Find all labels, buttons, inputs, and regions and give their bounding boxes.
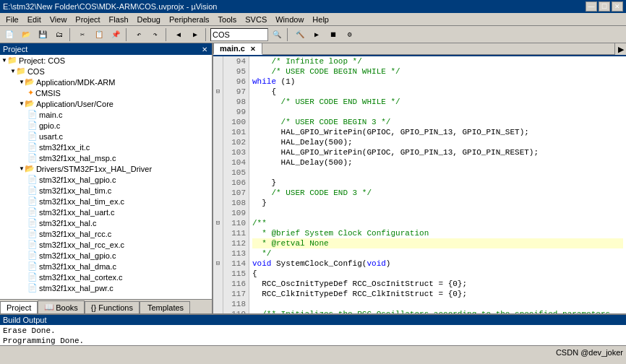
menu-item-file[interactable]: File: [1, 14, 23, 25]
left-tab-3[interactable]: Templates: [140, 301, 190, 313]
tab-icon: 📖: [44, 303, 54, 312]
line-number-106: 106: [226, 178, 246, 188]
project-panel-close[interactable]: ✕: [200, 46, 209, 53]
tree-item-5[interactable]: 📄 main.c: [0, 109, 212, 120]
menu-item-svcs[interactable]: SVCS: [241, 14, 271, 25]
tree-item-10[interactable]: ▼ 📂 Drivers/STM32F1xx_HAL_Driver: [0, 163, 212, 174]
menu-item-flash[interactable]: Flash: [105, 14, 133, 25]
tree-item-7[interactable]: 📄 usart.c: [0, 131, 212, 142]
redo-button[interactable]: ↷: [147, 27, 163, 42]
tree-item-label: Drivers/STM32F1xx_HAL_Driver: [36, 165, 152, 173]
undo-button[interactable]: ↶: [131, 27, 147, 42]
editor-tab-main[interactable]: main.c ✕: [213, 43, 262, 55]
tree-item-1[interactable]: ▼ 📁 COS: [0, 66, 212, 77]
nav-back-button[interactable]: ◀: [171, 27, 186, 42]
code-line-114: void SystemClock_Config(void): [252, 259, 623, 269]
menu-item-edit[interactable]: Edit: [23, 14, 46, 25]
code-line-119: /** Initializes the RCC Oscillators acco…: [252, 309, 623, 313]
tree-item-label: stm32f1xx_hal.c: [39, 219, 96, 228]
tree-item-3[interactable]: ✦ CMSIS: [0, 87, 212, 98]
code-content[interactable]: /* Infinite loop */ /* USER CODE BEGIN W…: [249, 56, 626, 313]
tree-item-13[interactable]: 📄 stm32f1xx_hal_tim_ex.c: [0, 196, 212, 207]
tree-item-8[interactable]: 📄 stm32f1xx_it.c: [0, 142, 212, 152]
code-line-95: /* USER CODE BEGIN WHILE */: [252, 66, 623, 77]
maximize-button[interactable]: ☐: [599, 1, 610, 12]
build-button[interactable]: 🔨: [292, 27, 308, 42]
left-tab-2[interactable]: {} Functions: [85, 301, 140, 313]
search-button[interactable]: 🔍: [269, 27, 285, 42]
settings-button[interactable]: ⚙: [342, 27, 358, 42]
paste-button[interactable]: 📌: [108, 27, 124, 42]
line-number-96: 96: [226, 77, 246, 87]
collapse-marker-20[interactable]: ⊟: [213, 259, 223, 269]
copy-button[interactable]: 📋: [91, 27, 107, 42]
main-layout: Project ✕ ▼ 📁 Project: COS▼ 📁 COS▼ 📂 App…: [0, 43, 626, 313]
menu-item-window[interactable]: Window: [271, 14, 308, 25]
tree-item-12[interactable]: 📄 stm32f1xx_hal_tim.c: [0, 185, 212, 196]
file-icon: 📄: [27, 142, 38, 152]
tree-item-2[interactable]: ▼ 📂 Application/MDK-ARM: [0, 77, 212, 87]
line-numbers: 9495969798991001011021031041051061071081…: [223, 56, 249, 313]
tab-scroll-right[interactable]: ▶: [614, 43, 626, 55]
collapse-marker-16[interactable]: ⊟: [213, 218, 223, 228]
collapse-marker-3[interactable]: ⊟: [213, 87, 223, 97]
tree-item-16[interactable]: 📄 stm32f1xx_hal_rcc.c: [0, 228, 212, 239]
project-panel-header: Project ✕: [0, 43, 212, 55]
expand-icon: ▼: [10, 68, 16, 74]
folder-icon: 📁: [16, 66, 26, 76]
tree-item-15[interactable]: 📄 stm32f1xx_hal.c: [0, 217, 212, 228]
tree-item-18[interactable]: 📄 stm32f1xx_hal_gpio.c: [0, 250, 212, 261]
collapse-marker-7: [213, 127, 223, 137]
file-icon: 📄: [27, 251, 38, 260]
editor-tabbar: main.c ✕ ▶: [213, 43, 626, 56]
build-output-header: Build Output: [0, 315, 626, 325]
debug-button[interactable]: ▶: [309, 27, 325, 42]
open-button[interactable]: 📂: [18, 27, 34, 42]
collapse-marker-21: [213, 269, 223, 279]
line-number-117: 117: [226, 289, 246, 299]
folder-icon: 📁: [7, 56, 17, 65]
stop-button[interactable]: ⏹: [325, 27, 341, 42]
new-file-button[interactable]: 📄: [1, 27, 17, 42]
tree-item-9[interactable]: 📄 stm32f1xx_hal_msp.c: [0, 152, 212, 163]
cut-button[interactable]: ✂: [74, 27, 90, 42]
search-input[interactable]: [210, 28, 268, 41]
collapse-marker-22: [213, 279, 223, 289]
tab-close-icon[interactable]: ✕: [250, 46, 256, 53]
left-tab-0[interactable]: Project: [0, 301, 38, 313]
tree-item-label: stm32f1xx_hal_uart.c: [39, 208, 115, 217]
save-all-button[interactable]: 🗂: [51, 27, 67, 42]
collapse-marker-15: [213, 208, 223, 218]
nav-fwd-button[interactable]: ▶: [187, 27, 203, 42]
folder-icon: 📂: [25, 99, 35, 108]
tree-item-17[interactable]: 📄 stm32f1xx_hal_rcc_ex.c: [0, 239, 212, 250]
save-button[interactable]: 💾: [35, 27, 51, 42]
line-number-102: 102: [226, 137, 246, 147]
menu-item-project[interactable]: Project: [71, 14, 104, 25]
tree-item-20[interactable]: 📄 stm32f1xx_hal_cortex.c: [0, 272, 212, 282]
menu-item-tools[interactable]: Tools: [214, 14, 241, 25]
tree-item-0[interactable]: ▼ 📁 Project: COS: [0, 55, 212, 66]
tree-item-11[interactable]: 📄 stm32f1xx_hal_gpio.c: [0, 174, 212, 185]
tree-item-19[interactable]: 📄 stm32f1xx_hal_dma.c: [0, 261, 212, 272]
left-tab-1[interactable]: 📖Books: [38, 300, 85, 313]
file-icon: 📄: [27, 175, 38, 184]
close-button[interactable]: ✕: [612, 1, 623, 12]
tree-item-4[interactable]: ▼ 📂 Application/User/Core: [0, 98, 212, 109]
line-number-101: 101: [226, 127, 246, 137]
line-number-104: 104: [226, 157, 246, 168]
line-number-94: 94: [226, 56, 246, 66]
menu-item-peripherals[interactable]: Peripherals: [165, 14, 214, 25]
minimize-button[interactable]: —: [586, 1, 597, 12]
menu-item-help[interactable]: Help: [308, 14, 333, 25]
code-line-100: /* USER CODE BEGIN 3 */: [252, 117, 623, 127]
build-output-content: Erase Done.Programming Done.Verify OK.: [0, 325, 626, 345]
tree-item-label: stm32f1xx_hal_tim.c: [39, 186, 111, 195]
menu-item-view[interactable]: View: [46, 14, 72, 25]
tree-item-6[interactable]: 📄 gpio.c: [0, 120, 212, 131]
tree-item-21[interactable]: 📄 stm32f1xx_hal_pwr.c: [0, 282, 212, 293]
tree-item-14[interactable]: 📄 stm32f1xx_hal_uart.c: [0, 207, 212, 217]
file-icon: 📄: [27, 272, 38, 282]
folder-icon: 📂: [25, 164, 35, 173]
menu-item-debug[interactable]: Debug: [133, 14, 165, 25]
